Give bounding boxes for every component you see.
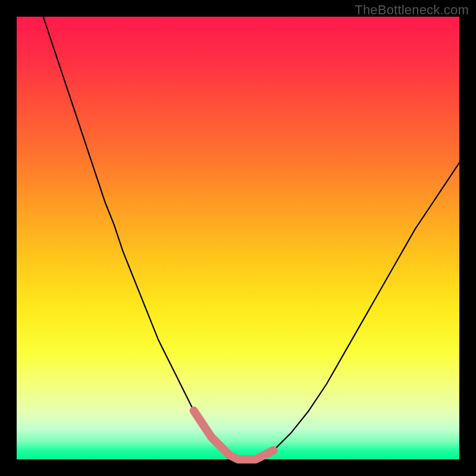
- bottleneck-highlight: [194, 411, 274, 459]
- watermark-text: TheBottleneck.com: [355, 2, 469, 18]
- chart-frame: TheBottleneck.com: [0, 0, 476, 476]
- curve-svg: [17, 17, 459, 459]
- plot-area: [17, 17, 459, 459]
- bottleneck-curve: [43, 17, 459, 459]
